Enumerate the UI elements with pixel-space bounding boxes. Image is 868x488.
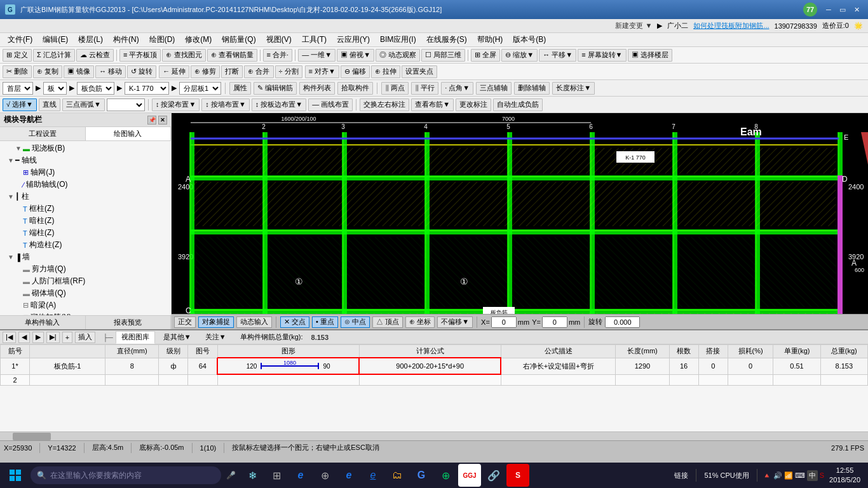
btn-select[interactable]: √ 选择▼ <box>3 98 37 111</box>
btn-three-aux[interactable]: 三点辅轴 <box>476 82 512 95</box>
btn-snap[interactable]: 对象捕捉 <box>198 316 234 328</box>
tree-item-cast-slab[interactable]: ▼ ▬ 现浇板(B) <box>0 142 171 154</box>
btn-align[interactable]: ≡ 对齐▼ <box>305 65 339 78</box>
btn-toppoint[interactable]: △ 顶点 <box>372 316 403 328</box>
system-clock[interactable]: 12:55 2018/5/20 <box>827 464 863 487</box>
btn-intersection[interactable]: ✕ 交点 <box>280 316 309 328</box>
btn-merge[interactable]: ≡ 合并· <box>263 49 293 62</box>
taskbar-icon-link[interactable]: 🔗 <box>482 464 505 487</box>
tab-project-settings[interactable]: 工程设置 <box>0 127 86 140</box>
taskbar-icon-swirl[interactable]: ⊕ <box>313 464 336 487</box>
menu-bim[interactable]: BIM应用(I) <box>375 33 421 46</box>
btn-insert-record[interactable]: 插入 <box>75 332 95 343</box>
lang-indicator[interactable]: 中 <box>807 470 818 481</box>
btn-break[interactable]: 打断 <box>221 65 243 78</box>
tree-item-constr-col[interactable]: T 构造柱(Z) <box>0 239 171 251</box>
btn-fullscreen[interactable]: ⊞ 全屏 <box>471 49 500 62</box>
btn-swap-mark[interactable]: 交换左右标注 <box>360 98 409 111</box>
restore-button[interactable]: ▭ <box>836 3 849 16</box>
cad-canvas-container[interactable]: 2400 3920 13600 2680 1200 2400 3920 1360… <box>172 113 868 314</box>
btn-dynamic[interactable]: ◎ 动态观察 <box>376 49 420 62</box>
draw-options-select[interactable] <box>107 98 145 111</box>
scrollbar-thumb[interactable] <box>13 433 51 440</box>
tree-item-rf-wall[interactable]: ▬ 人防门框墙(RF) <box>0 275 171 287</box>
btn-del-aux[interactable]: 删除辅轴 <box>514 82 550 95</box>
menu-view[interactable]: 视图(V) <box>261 33 297 46</box>
btn-1d[interactable]: — 一维▼ <box>298 49 336 62</box>
btn-stretch[interactable]: ⊕ 拉伸 <box>371 65 400 78</box>
btn-by-beam[interactable]: ↕ 按梁布置▼ <box>152 98 200 111</box>
menu-draw[interactable]: 绘图(D) <box>144 33 180 46</box>
btn-endpoint[interactable]: • 重点 <box>312 316 338 328</box>
x-input[interactable] <box>491 316 517 328</box>
close-button[interactable]: ✕ <box>850 3 863 16</box>
tab-other[interactable]: 是其他▼ <box>158 331 197 344</box>
search-bar[interactable]: 🔍 在这里输入你要搜索的内容 <box>31 466 221 484</box>
tree-item-brick-wall[interactable]: ▬ 砌体墙(Q) <box>0 287 171 299</box>
btn-trim[interactable]: ⊕ 修剪 <box>191 65 220 78</box>
floor-select[interactable]: 首层 <box>3 82 33 95</box>
btn-parallel[interactable]: ∥ 平行 <box>411 82 438 95</box>
tree-item-wall-group[interactable]: ▼ ▐ 墙 <box>0 251 171 263</box>
btn-align-top[interactable]: ≡ 平齐板顶 <box>119 49 161 62</box>
btn-zoom[interactable]: ⊖ 缩放▼ <box>501 49 538 62</box>
rotate-input[interactable] <box>605 316 640 328</box>
menu-edit[interactable]: 编辑(E) <box>37 33 73 46</box>
menu-help[interactable]: 帮助(H) <box>472 33 508 46</box>
btn-first-record[interactable]: |◀ <box>3 332 16 343</box>
taskbar-icon-g[interactable]: G <box>410 464 433 487</box>
btn-move[interactable]: ↔ 移动 <box>95 65 126 78</box>
btn-next-record[interactable]: ▶ <box>32 332 44 343</box>
tab-view-library[interactable]: 视图图库 <box>116 331 155 344</box>
taskbar-icon-circle[interactable]: ⊕ <box>434 464 457 487</box>
btn-change-mark[interactable]: 更改标注 <box>456 98 491 111</box>
menu-modify[interactable]: 修改(M) <box>180 33 217 46</box>
btn-top-view[interactable]: ▣ 俯视▼ <box>337 49 374 62</box>
rebar-select[interactable]: 板负筋 <box>77 82 114 95</box>
btn-by-wall[interactable]: ↕ 按墙布置▼ <box>201 98 249 111</box>
btn-add-record[interactable]: + <box>62 332 72 343</box>
tab-attention[interactable]: 关注▼ <box>200 331 232 344</box>
menu-tools[interactable]: 工具(T) <box>297 33 332 46</box>
btn-local-3d[interactable]: ☐ 局部三维 <box>421 49 465 62</box>
btn-prev-record[interactable]: ◀ <box>18 332 30 343</box>
btn-auto-rebar[interactable]: 自动生成负筋 <box>493 98 543 111</box>
tree-item-axis[interactable]: ▼ ━ 轴线 <box>0 154 171 166</box>
taskbar-icon-ms-store[interactable]: ⊞ <box>265 464 288 487</box>
ime-indicator[interactable]: S <box>820 471 824 479</box>
btn-component-list[interactable]: 构件列表 <box>299 82 335 95</box>
btn-coordinate[interactable]: ⊕ 坐标 <box>405 316 435 328</box>
btn-delete[interactable]: ✂ 删除 <box>3 65 32 78</box>
tree-item-col-group[interactable]: ▼ ┃ 柱 <box>0 191 171 203</box>
btn-report-preview[interactable]: 报表预览 <box>86 316 172 329</box>
btn-property[interactable]: 属性 <box>229 82 251 95</box>
btn-pan[interactable]: ↔ 平移▼ <box>539 49 576 62</box>
menu-file[interactable]: 文件(F) <box>3 33 37 46</box>
btn-two-point[interactable]: ∥ 两点 <box>381 82 409 95</box>
taskbar-icon-ie2[interactable]: e <box>362 464 384 487</box>
tree-item-end-col[interactable]: T 端柱(Z) <box>0 227 171 239</box>
btn-length-dim[interactable]: 长度标注▼ <box>552 82 595 95</box>
start-button[interactable] <box>3 463 28 488</box>
tree-item-grid[interactable]: ⊞ 轴网(J) <box>0 166 171 179</box>
tab-single-total[interactable]: 单构件钢筋总量(kg): <box>234 331 309 344</box>
btn-line-layout[interactable]: — 画线布置 <box>308 98 353 111</box>
btn-arc[interactable]: 三点画弧▼ <box>62 98 105 111</box>
taskbar-icon-files[interactable]: 🗂 <box>386 464 409 487</box>
btn-single-component[interactable]: 单构件输入 <box>0 316 86 329</box>
btn-by-edge[interactable]: ↕ 按板边布置▼ <box>252 98 306 111</box>
btn-calculate[interactable]: Σ 汇总计算 <box>33 49 75 62</box>
panel-close-btn[interactable]: ✕ <box>158 116 167 125</box>
btn-no-offset[interactable]: 不偏移▼ <box>437 316 473 328</box>
type-select[interactable]: 板 <box>43 82 67 95</box>
table-row[interactable]: 1* 板负筋-1 8 ф 64 120 1080 <box>1 358 868 374</box>
btn-edit-rebar[interactable]: ✎ 编辑钢筋 <box>254 82 297 95</box>
btn-offset[interactable]: ⊖ 偏移 <box>341 65 370 78</box>
taskbar-icon-weather[interactable]: ❄ <box>241 464 264 487</box>
btn-pick-component[interactable]: 拾取构件 <box>337 82 373 95</box>
taskbar-icon-ie[interactable]: e <box>289 464 312 487</box>
layer-select[interactable]: 分层板1 <box>179 82 221 95</box>
panel-pin-btn[interactable]: 📌 <box>147 116 156 125</box>
btn-dynamic-input[interactable]: 动态输入 <box>236 316 272 328</box>
taskbar-icon-edge[interactable]: e <box>337 464 360 487</box>
